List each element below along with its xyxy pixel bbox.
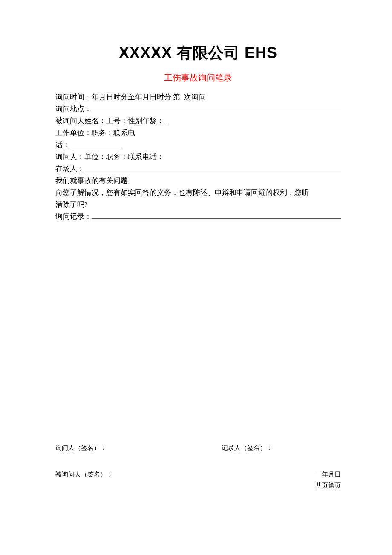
recorder-sign-label: 记录人（签名）： bbox=[222, 444, 273, 452]
fill-record bbox=[92, 212, 341, 219]
fill-phone bbox=[70, 140, 121, 147]
form-page: XXXXX 有限公司 EHS 工伤事故询问笔录 询问时间：年月日时分至年月日时分… bbox=[0, 0, 392, 555]
text-interviewee-info: 被询问人姓名：工号：性别年龄：_ bbox=[55, 115, 168, 127]
line-phone: 话： bbox=[55, 139, 341, 151]
line-work-unit: 工作单位：职务：联系电 bbox=[55, 127, 341, 139]
line-interviewer: 询问人：单位：职务：联系电话： bbox=[55, 151, 341, 163]
interviewee-sign-label: 被询问人（签名）： bbox=[55, 471, 113, 479]
form-footer: 询问人（签名）： 记录人（签名）： 被询问人（签名）： 一年月日 共页第页 bbox=[55, 444, 341, 491]
line-present-persons: 在场人： bbox=[55, 163, 341, 175]
footer-right-block: 一年月日 共页第页 bbox=[315, 469, 341, 491]
label-present: 在场人： bbox=[55, 163, 84, 175]
line-inquiry-location: 询问地点： bbox=[55, 103, 341, 115]
line-interviewee-info: 被询问人姓名：工号：性别年龄：_ bbox=[55, 115, 341, 127]
line-inquiry-time: 询问时间：年月日时分至年月日时分 第_次询问 bbox=[55, 91, 341, 103]
line-preamble-2: 向您了解情况，您有如实回答的义务，也有陈述、申辩和申请回避的权利，您听 bbox=[55, 187, 341, 199]
form-body: 询问时间：年月日时分至年月日时分 第_次询问 询问地点： 被询问人姓名：工号：性… bbox=[55, 91, 341, 223]
date-label: 一年月日 bbox=[315, 469, 341, 480]
fill-inquiry-location bbox=[92, 104, 341, 111]
page-label: 共页第页 bbox=[315, 480, 341, 491]
form-title: 工伤事故询问笔录 bbox=[55, 72, 341, 84]
label-inquiry-location: 询问地点： bbox=[55, 103, 92, 115]
text-work-unit: 工作单位：职务：联系电 bbox=[55, 127, 135, 139]
text-preamble-3: 清除了吗? bbox=[55, 199, 88, 211]
interviewer-sign-label: 询问人（签名）： bbox=[55, 444, 107, 452]
footer-row-signatures-2: 被询问人（签名）： 一年月日 共页第页 bbox=[55, 469, 341, 491]
line-preamble-1: 我们就事故的有关问题 bbox=[55, 175, 341, 187]
line-preamble-3: 清除了吗? bbox=[55, 199, 341, 211]
text-preamble-2: 向您了解情况，您有如实回答的义务，也有陈述、申辩和申请回避的权利，您听 bbox=[55, 187, 309, 199]
label-record: 询问记录： bbox=[55, 211, 92, 223]
text-interviewer: 询问人：单位：职务：联系电话： bbox=[55, 151, 164, 163]
company-title: XXXXX 有限公司 EHS bbox=[55, 43, 341, 64]
fill-present bbox=[84, 164, 341, 171]
text-inquiry-time: 询问时间：年月日时分至年月日时分 第_次询问 bbox=[55, 91, 206, 103]
text-preamble-1: 我们就事故的有关问题 bbox=[55, 175, 128, 187]
label-phone: 话： bbox=[55, 139, 70, 151]
footer-row-signatures-1: 询问人（签名）： 记录人（签名）： bbox=[55, 444, 341, 452]
line-record: 询问记录： bbox=[55, 211, 341, 223]
